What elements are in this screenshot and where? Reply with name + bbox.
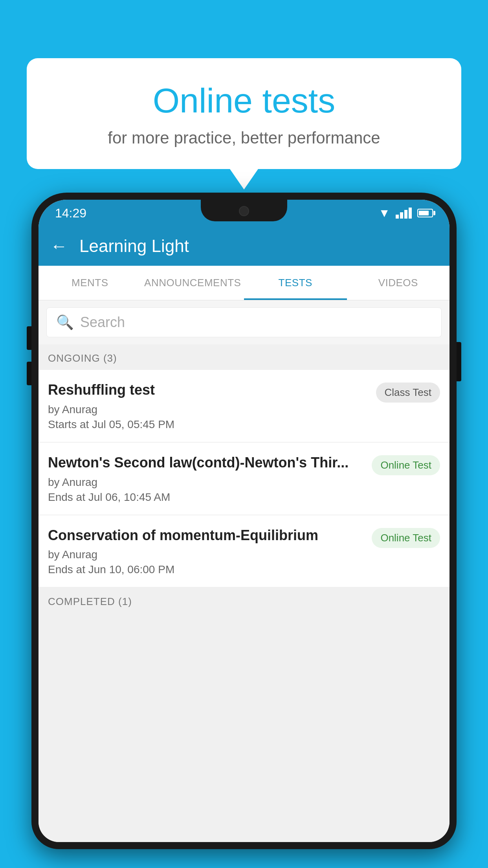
bubble-subtitle: for more practice, better performance: [46, 129, 442, 147]
tab-ments[interactable]: MENTS: [39, 266, 141, 300]
test-item-conservation[interactable]: Conservation of momentum-Equilibrium by …: [39, 515, 449, 587]
test-item-content: Reshuffling test by Anurag Starts at Jul…: [48, 381, 376, 431]
wifi-icon: ▼: [378, 206, 390, 220]
battery-icon: [417, 209, 433, 217]
test-name: Newton's Second law(contd)-Newton's Thir…: [48, 454, 364, 472]
test-item-content: Conservation of momentum-Equilibrium by …: [48, 526, 372, 576]
test-name: Conservation of momentum-Equilibrium: [48, 526, 364, 545]
test-author: by Anurag: [48, 476, 364, 489]
power-button[interactable]: [457, 342, 461, 381]
volume-up-button[interactable]: [27, 326, 31, 350]
test-time: Ends at Jul 06, 10:45 AM: [48, 491, 364, 504]
back-button[interactable]: ←: [50, 236, 68, 256]
search-input[interactable]: Search: [80, 314, 125, 331]
phone-notch: [201, 200, 287, 221]
ongoing-header: ONGOING (3): [39, 344, 449, 370]
test-author: by Anurag: [48, 548, 364, 561]
online-test-badge-2: Online Test: [372, 528, 440, 548]
search-icon: 🔍: [56, 314, 74, 331]
phone-body: 14:29 ▼: [31, 193, 457, 849]
test-name: Reshuffling test: [48, 381, 368, 399]
test-item-reshuffling[interactable]: Reshuffling test by Anurag Starts at Jul…: [39, 370, 449, 442]
tests-list: ONGOING (3) Reshuffling test by Anurag S…: [39, 344, 449, 842]
bubble-title: Online tests: [46, 82, 442, 120]
tab-tests[interactable]: TESTS: [244, 266, 347, 300]
test-item-newtons[interactable]: Newton's Second law(contd)-Newton's Thir…: [39, 443, 449, 515]
test-item-content: Newton's Second law(contd)-Newton's Thir…: [48, 454, 372, 504]
signal-icon: [396, 208, 412, 219]
tab-announcements[interactable]: ANNOUNCEMENTS: [141, 266, 244, 300]
volume-down-button[interactable]: [27, 362, 31, 385]
online-test-badge: Online Test: [372, 455, 440, 475]
search-bar[interactable]: 🔍 Search: [46, 307, 442, 337]
class-test-badge: Class Test: [376, 383, 440, 403]
front-camera: [239, 206, 249, 216]
tab-videos[interactable]: VIDEOS: [347, 266, 450, 300]
app-header-title: Learning Light: [79, 236, 189, 256]
test-time: Starts at Jul 05, 05:45 PM: [48, 418, 368, 431]
test-time: Ends at Jun 10, 06:00 PM: [48, 563, 364, 576]
app-header: ← Learning Light: [39, 226, 449, 266]
promo-bubble: Online tests for more practice, better p…: [27, 58, 461, 169]
completed-header: COMPLETED (1): [39, 588, 449, 613]
tab-bar: MENTS ANNOUNCEMENTS TESTS VIDEOS: [39, 266, 449, 300]
search-container: 🔍 Search: [39, 300, 449, 344]
phone-frame: 14:29 ▼: [31, 193, 457, 868]
status-time: 14:29: [55, 206, 86, 221]
status-icons: ▼: [378, 206, 433, 220]
phone-screen: 14:29 ▼: [39, 200, 449, 842]
test-author: by Anurag: [48, 403, 368, 416]
